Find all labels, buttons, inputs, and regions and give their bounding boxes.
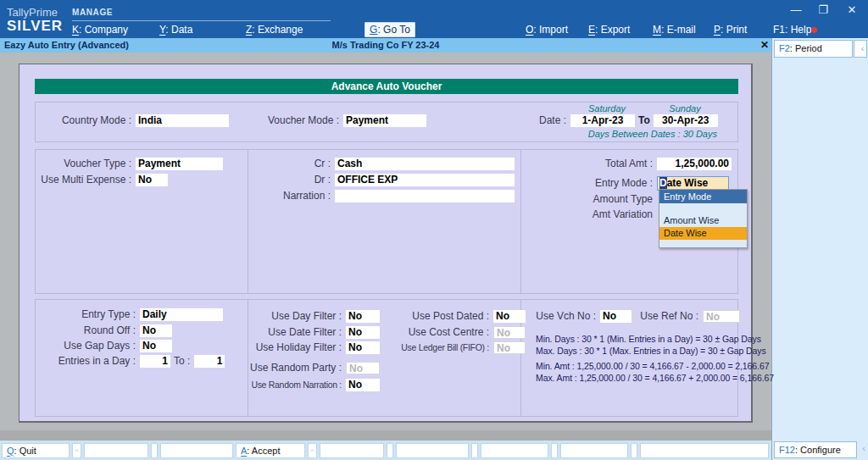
dropdown-item-blank[interactable] — [659, 203, 747, 214]
title-bar: TallyPrime SILVER MANAGE K: Company Y: D… — [0, 0, 868, 38]
goto-button[interactable]: G: Go To — [364, 22, 415, 37]
voucher-mode-label: Voucher Mode : — [248, 114, 343, 126]
use-post-dated-input[interactable]: No — [493, 310, 526, 323]
use-vch-no-input[interactable]: No — [600, 310, 632, 323]
manage-section-label: MANAGE — [72, 8, 113, 17]
use-random-party-field: Use Random Party : No — [250, 361, 380, 374]
cursor-selection: D — [659, 177, 667, 189]
voucher-type-label: Voucher Type : — [37, 158, 136, 169]
period-button[interactable]: F2: Period — [774, 40, 853, 58]
menu-company[interactable]: K: Company — [72, 24, 128, 36]
menu-export[interactable]: E: Export — [588, 24, 630, 36]
dropdown-header: Entry Mode — [659, 190, 747, 203]
country-mode-label: Country Mode : — [47, 114, 136, 126]
voucher-mode-input[interactable]: Payment — [343, 114, 426, 127]
info-bar: Eazy Auto Entry (Advanced) M/s Trading C… — [0, 38, 771, 53]
use-random-narration-input[interactable]: No — [346, 379, 380, 391]
toolbar-separator — [151, 443, 158, 458]
configure-button[interactable]: F12: Configure — [774, 441, 857, 458]
minimize-icon[interactable]: — — [787, 3, 805, 18]
right-sidebar: F2: Period ‹ F12: Configure ‹ — [771, 38, 868, 460]
dialog-title: Advance Auto Voucher — [35, 79, 738, 94]
cr-field: Cr : Cash — [250, 157, 515, 170]
menu-exchange[interactable]: Z: Exchange — [246, 24, 303, 36]
entries-from-input[interactable]: 1 — [140, 355, 170, 368]
country-mode-field: Country Mode : India — [47, 114, 229, 127]
entry-mode-field: Entry Mode : Date Wise — [553, 176, 729, 190]
entry-type-input[interactable]: Daily — [140, 308, 223, 321]
menu-help[interactable]: F1: Help — [773, 24, 811, 36]
date-range-field: Date : 1-Apr-23 To 30-Apr-23 — [526, 114, 718, 127]
toolbar-slot — [560, 443, 628, 458]
entry-settings-box: Entry Type : Daily Round Off : No Use Ga… — [35, 299, 738, 417]
use-vch-no-label: Use Vch No : — [524, 310, 600, 322]
total-amt-input[interactable]: 1,25,000.00 — [657, 158, 732, 170]
quit-button[interactable]: Q: Quit — [2, 443, 70, 458]
entry-type-field: Entry Type : Daily — [37, 308, 223, 321]
close-window-icon[interactable]: ✕ — [843, 3, 861, 18]
dropdown-item-amount-wise[interactable]: Amount Wise — [659, 214, 747, 227]
date-from-weekday: Saturday — [575, 103, 639, 114]
toolbar-separator — [631, 443, 637, 458]
date-to-weekday: Sunday — [653, 103, 717, 114]
toolbar-slot — [160, 443, 233, 458]
accept-expand-icon[interactable]: ^ — [308, 443, 317, 458]
column-divider — [520, 150, 521, 293]
round-off-label: Round Off : — [37, 324, 140, 336]
use-random-party-input: No — [346, 362, 380, 374]
use-cost-centre-input: No — [493, 326, 526, 339]
menu-email[interactable]: M: E-mail — [653, 24, 696, 36]
use-gap-days-field: Use Gap Days : No — [37, 339, 172, 352]
entry-mode-dropdown: Entry Mode Amount Wise Date Wise — [659, 189, 748, 248]
date-to-input[interactable]: 30-Apr-23 — [654, 114, 718, 127]
round-off-field: Round Off : No — [37, 324, 172, 337]
dr-field: Dr : OFFICE EXP — [250, 173, 515, 186]
use-random-narration-field: Use Random Narration : No — [250, 378, 380, 391]
entries-to-input[interactable]: 1 — [194, 355, 225, 368]
status-strip — [0, 430, 771, 441]
menu-data[interactable]: Y: Data — [159, 24, 192, 36]
accept-button[interactable]: A: Accept — [236, 443, 305, 458]
narration-input[interactable] — [335, 190, 515, 202]
date-to-label: To — [635, 114, 654, 126]
maximize-icon[interactable]: ❐ — [814, 3, 832, 18]
company-name: M/s Trading Co FY 23-24 — [0, 40, 771, 50]
min-amt-calculation: Min. Amt : 1,25,000.00 / 30 = 4,166.67 -… — [536, 361, 769, 371]
sidebar-collapse-icon[interactable]: ‹ — [854, 40, 867, 58]
use-date-filter-label: Use Date Filter : — [250, 326, 346, 338]
use-post-dated-label: Use Post Dated : — [375, 310, 493, 322]
voucher-type-field: Voucher Type : Payment — [37, 157, 223, 170]
min-days-calculation: Min. Days : 30 * 1 (Min. Entries in a Da… — [536, 334, 761, 344]
dropdown-item-date-wise[interactable]: Date Wise — [659, 227, 747, 240]
bottom-button-bar: Q: Quit ^ A: Accept ^ — [0, 441, 771, 460]
max-amt-calculation: Max. Amt : 1,25,000.00 / 30 = 4,166.67 +… — [536, 373, 774, 383]
menu-import[interactable]: O: Import — [526, 24, 568, 36]
cr-input[interactable]: Cash — [335, 158, 515, 170]
entry-mode-input[interactable]: Date Wise — [657, 176, 729, 191]
use-multi-expense-label: Use Multi Expense : — [37, 174, 136, 186]
date-label: Date : — [526, 114, 570, 126]
voucher-type-input[interactable]: Payment — [136, 158, 223, 170]
advance-auto-voucher-dialog: Advance Auto Voucher Country Mode : Indi… — [19, 64, 753, 423]
use-multi-expense-field: Use Multi Expense : No — [37, 173, 168, 186]
menu-print[interactable]: P: Print — [714, 24, 747, 36]
narration-field: Narration : — [250, 189, 515, 202]
column-divider — [248, 300, 248, 416]
dr-input[interactable]: OFFICE EXP — [335, 174, 515, 186]
quit-expand-icon[interactable]: ^ — [72, 443, 81, 458]
use-day-filter-field: Use Day Filter : No — [250, 309, 380, 323]
cr-label: Cr : — [250, 158, 335, 169]
close-screen-icon[interactable]: ✕ — [760, 39, 769, 51]
use-multi-expense-input[interactable]: No — [136, 174, 168, 186]
round-off-input[interactable]: No — [140, 324, 172, 337]
narration-label: Narration : — [250, 190, 335, 202]
use-gap-days-input[interactable]: No — [140, 340, 172, 352]
use-ref-no-input: No — [703, 310, 740, 323]
days-between-text: Days Between Dates : 30 Days — [497, 129, 717, 139]
use-gap-days-label: Use Gap Days : — [37, 340, 140, 352]
country-mode-input[interactable]: India — [136, 114, 229, 127]
toolbar-separator — [387, 443, 393, 458]
date-from-input[interactable]: 1-Apr-23 — [570, 114, 635, 127]
toolbar-slot — [84, 443, 148, 458]
entry-mode-label: Entry Mode : — [553, 177, 657, 189]
